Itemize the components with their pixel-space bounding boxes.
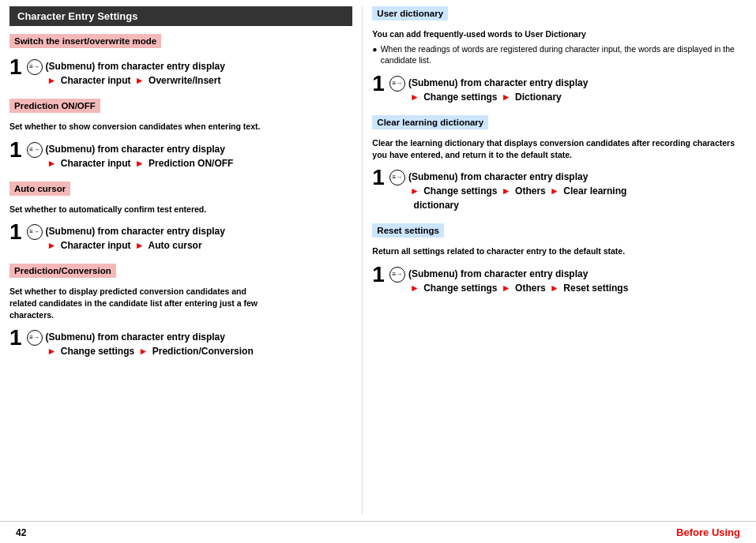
footer-page-number: 42 <box>16 527 26 538</box>
step-row: 1 ≡→ (Submenu) from character entry disp… <box>372 264 747 295</box>
menu-icon: ≡→ <box>27 59 43 75</box>
section-header-reset-settings: Reset settings <box>372 223 444 238</box>
section-header-switch: Switch the insert/overwrite mode <box>9 34 161 48</box>
section-desc-auto-cursor: Set whether to automatically confirm tes… <box>9 204 352 215</box>
step-row: 1 ≡→ (Submenu) from character entry disp… <box>9 139 352 170</box>
section-desc-reset-settings: Return all settings related to character… <box>372 245 747 257</box>
footer: 42 Before Using <box>0 521 756 543</box>
step-text: (Submenu) from character entry display ►… <box>46 142 234 170</box>
menu-icon: ≡→ <box>389 170 405 185</box>
step-row: 1 ≡→ (Submenu) from character entry disp… <box>372 167 747 212</box>
page-title: Character Entry Settings <box>9 6 352 26</box>
menu-icon: ≡→ <box>27 224 43 240</box>
section-user-dictionary: User dictionary You can add frequently-u… <box>372 6 747 104</box>
menu-icon: ≡→ <box>27 142 43 158</box>
section-desc-clear-learning: Clear the learning dictionary that displ… <box>372 137 747 160</box>
section-header-prediction-conversion: Prediction/Conversion <box>9 264 116 278</box>
menu-icon: ≡→ <box>389 267 405 283</box>
section-desc-prediction-conversion: Set whether to display predicted convers… <box>9 286 352 320</box>
section-prediction-onoff: Prediction ON/OFF Set whether to show co… <box>9 99 352 170</box>
section-clear-learning: Clear learning dictionary Clear the lear… <box>372 115 747 212</box>
section-auto-cursor: Auto cursor Set whether to automatically… <box>9 182 352 253</box>
step-text: (Submenu) from character entry display ►… <box>408 76 588 104</box>
section-desc-prediction-onoff: Set whether to show conversion candidate… <box>9 121 352 133</box>
step-row: 1 ≡→ (Submenu) from character entry disp… <box>9 327 352 358</box>
footer-label: Before Using <box>676 526 740 538</box>
step-row: 1 ≡→ (Submenu) from character entry disp… <box>372 73 747 104</box>
section-desc-user-dictionary: You can add frequently-used words to Use… <box>372 28 747 66</box>
section-reset-settings: Reset settings Return all settings relat… <box>372 223 747 295</box>
right-column: User dictionary You can add frequently-u… <box>363 6 756 515</box>
step-text: (Submenu) from character entry display ►… <box>46 330 254 358</box>
step-row: 1 ≡→ (Submenu) from character entry disp… <box>9 56 352 88</box>
section-header-user-dictionary: User dictionary <box>372 6 448 21</box>
step-text: (Submenu) from character entry display ►… <box>46 224 225 253</box>
section-header-clear-learning: Clear learning dictionary <box>372 115 488 129</box>
section-header-auto-cursor: Auto cursor <box>9 182 70 196</box>
step-text: (Submenu) from character entry display ►… <box>46 59 225 88</box>
section-switch-insert: Switch the insert/overwrite mode 1 ≡→ (S… <box>9 34 352 88</box>
menu-icon: ≡→ <box>389 76 405 92</box>
menu-icon: ≡→ <box>27 330 43 346</box>
left-column: Character Entry Settings Switch the inse… <box>0 6 363 515</box>
step-row: 1 ≡→ (Submenu) from character entry disp… <box>9 221 352 253</box>
section-prediction-conversion: Prediction/Conversion Set whether to dis… <box>9 264 352 358</box>
step-text: (Submenu) from character entry display ►… <box>408 267 628 295</box>
section-header-prediction-onoff: Prediction ON/OFF <box>9 99 100 113</box>
step-text: (Submenu) from character entry display ►… <box>408 170 626 212</box>
